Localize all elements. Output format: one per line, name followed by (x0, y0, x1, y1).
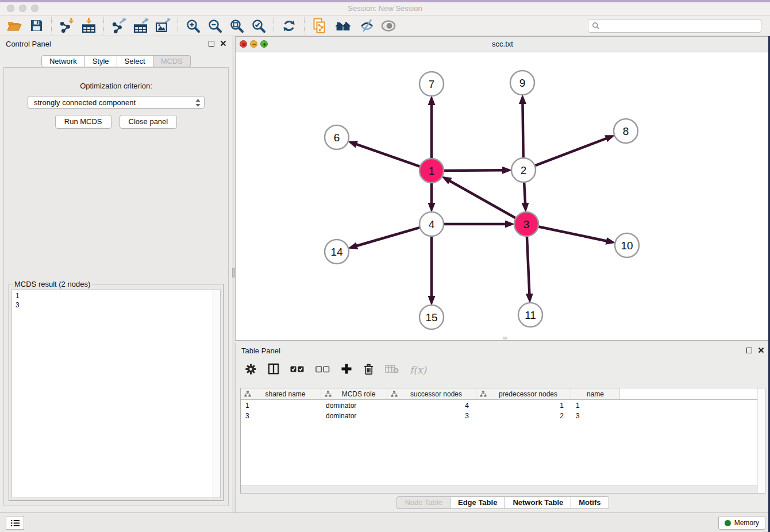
control-tab-mcds[interactable]: MCDS (153, 55, 191, 67)
table-cell[interactable]: 1 (241, 401, 321, 410)
frame-close-button[interactable] (240, 40, 247, 48)
import-table-button[interactable] (79, 17, 98, 34)
zoom-in-button[interactable] (184, 17, 202, 34)
export-image-button[interactable] (153, 17, 172, 34)
deselect-all-button[interactable] (315, 365, 330, 375)
mcds-result-line: 3 (16, 300, 220, 310)
graph-edge-1-6[interactable] (356, 144, 421, 167)
zoom-out-button[interactable] (206, 17, 224, 34)
graph-node-9[interactable]: 9 (510, 71, 534, 95)
float-panel-icon[interactable] (209, 41, 214, 47)
graph-edge-2-9[interactable] (522, 103, 523, 159)
table-cell[interactable]: dominator (321, 401, 387, 410)
import-network-button[interactable] (57, 17, 76, 34)
table-cell[interactable]: 2 (476, 411, 571, 421)
zoom-window-button[interactable] (31, 5, 38, 12)
close-panel-button[interactable]: Close panel (120, 115, 178, 129)
graph-edge-3-10[interactable] (537, 226, 607, 241)
delete-column-button[interactable] (363, 363, 374, 377)
control-tab-select[interactable]: Select (117, 55, 153, 67)
table-cell[interactable]: 1 (571, 401, 620, 410)
select-all-button[interactable] (290, 365, 305, 375)
graph-node-6[interactable]: 6 (325, 125, 349, 149)
graph-edge-4-14[interactable] (356, 227, 421, 246)
table-cell[interactable]: dominator (321, 411, 387, 421)
table-horizontal-scrollbar[interactable] (241, 485, 758, 493)
run-mcds-button[interactable]: Run MCDS (55, 115, 111, 129)
graph-edge-3-1[interactable] (449, 180, 517, 218)
zoom-selected-button[interactable] (249, 17, 268, 34)
search-box[interactable] (588, 19, 761, 33)
graph-node-15[interactable]: 15 (419, 305, 444, 329)
column-header-predecessor-nodes[interactable]: predecessor nodes (476, 388, 571, 400)
table-tab-edge-table[interactable]: Edge Table (451, 496, 505, 509)
open-session-button[interactable] (5, 17, 24, 34)
traffic-lights (7, 5, 38, 12)
graph-node-3[interactable]: 3 (514, 212, 538, 236)
graph-edge-3-11[interactable] (527, 235, 530, 295)
delete-table-button[interactable] (385, 364, 399, 376)
frame-maximize-button[interactable] (260, 40, 268, 48)
graph-node-14[interactable]: 14 (325, 240, 349, 264)
graph-node-7[interactable]: 7 (419, 72, 444, 96)
graph-node-4[interactable]: 4 (419, 212, 444, 236)
graph-edge-2-3[interactable] (524, 181, 525, 204)
first-neighbors-button[interactable] (332, 17, 354, 34)
table-cell[interactable]: 3 (571, 411, 620, 421)
task-history-button[interactable] (6, 516, 24, 530)
table-cell[interactable]: 3 (387, 411, 476, 421)
control-tab-style[interactable]: Style (85, 55, 117, 67)
search-input[interactable] (600, 21, 757, 30)
export-table-button[interactable] (132, 17, 150, 34)
graph-node-2[interactable]: 2 (511, 158, 536, 182)
zoom-out-icon (207, 18, 222, 33)
table-tab-network-table[interactable]: Network Table (505, 496, 571, 509)
close-panel-icon[interactable] (220, 40, 226, 47)
table-row[interactable]: 3dominator323 (241, 411, 765, 421)
network-canvas[interactable]: 7968124314101511 (236, 52, 769, 340)
graph-node-1[interactable]: 1 (419, 159, 444, 183)
graph-edge-1-2[interactable] (442, 170, 503, 171)
graph-node-10[interactable]: 10 (615, 233, 639, 257)
table-cell[interactable]: 4 (387, 401, 476, 410)
table-row[interactable]: 1dominator411 (241, 401, 765, 410)
graph-node-8[interactable]: 8 (614, 119, 638, 143)
show-column-button[interactable] (268, 363, 279, 377)
hierarchy-icon (480, 391, 487, 398)
export-network-button[interactable] (110, 17, 128, 34)
table-tab-node-table[interactable]: Node Table (396, 496, 451, 509)
graph-edge-2-8[interactable] (534, 138, 607, 166)
mcds-panel: Optimization criterion: strongly connect… (3, 67, 229, 506)
mcds-result-scrollbar[interactable] (213, 290, 220, 498)
frame-resize-handle[interactable] (503, 337, 507, 340)
float-table-panel-icon[interactable] (746, 348, 752, 353)
control-tab-network[interactable]: Network (41, 55, 85, 67)
frame-minimize-button[interactable] (250, 40, 257, 48)
column-header-shared-name[interactable]: shared name (241, 388, 321, 400)
clone-network-button[interactable] (310, 17, 329, 34)
table-cell[interactable]: 3 (241, 411, 321, 421)
birds-eye-view-button[interactable] (379, 17, 398, 34)
column-header-MCDS-role[interactable]: MCDS role (321, 388, 387, 400)
optimization-criterion-select[interactable]: strongly connected component (28, 96, 205, 109)
table-settings-button[interactable] (245, 363, 257, 377)
graph-node-11[interactable]: 11 (518, 303, 542, 327)
minimize-window-button[interactable] (19, 5, 26, 12)
network-frame-titlebar[interactable]: scc.txt (236, 37, 769, 52)
column-header-successor-nodes[interactable]: successor nodes (387, 388, 476, 400)
close-table-panel-icon[interactable] (758, 347, 764, 353)
function-builder-button[interactable]: f(x) (410, 364, 426, 376)
save-session-button[interactable] (27, 17, 45, 34)
create-column-button[interactable] (341, 363, 352, 377)
titlebar[interactable]: Session: New Session (0, 2, 770, 16)
hide-graphics-details-button[interactable] (357, 17, 376, 34)
apply-layout-button[interactable] (280, 17, 298, 34)
table-tab-motifs[interactable]: Motifs (571, 496, 609, 509)
table-cell[interactable]: 1 (476, 401, 571, 410)
mcds-result-textarea[interactable]: 13 (11, 290, 221, 498)
close-window-button[interactable] (7, 5, 14, 12)
column-header-name[interactable]: name (571, 388, 620, 400)
table-vertical-scrollbar[interactable] (757, 388, 765, 493)
memory-button[interactable]: Memory (718, 516, 765, 530)
zoom-fit-button[interactable] (228, 17, 246, 34)
